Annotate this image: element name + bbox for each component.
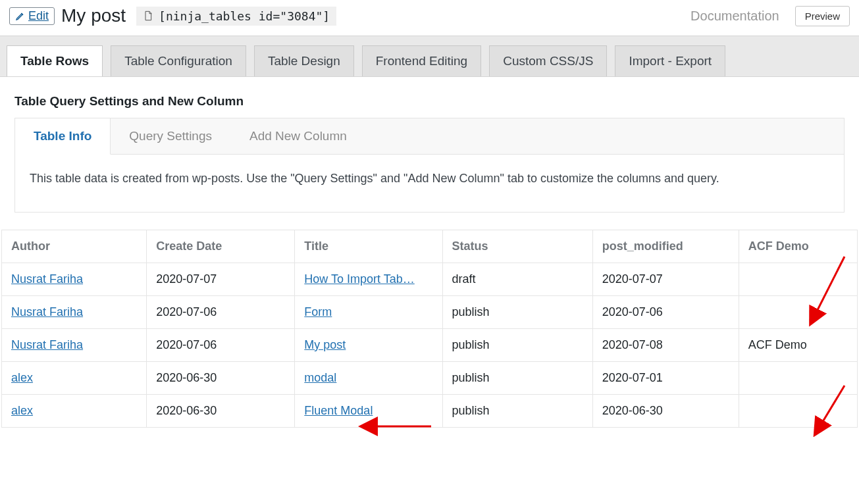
cell-status: draft — [442, 263, 592, 296]
cell-create-date: 2020-07-06 — [147, 296, 295, 329]
inner-tab-query-settings[interactable]: Query Settings — [111, 118, 231, 154]
col-post-modified[interactable]: post_modified — [592, 230, 739, 263]
shortcode-box[interactable]: [ninja_tables id="3084"] — [136, 7, 336, 26]
cell-post-modified: 2020-07-08 — [592, 329, 739, 362]
page-title: My post — [61, 5, 126, 26]
edit-button[interactable]: Edit — [9, 7, 55, 25]
author-link[interactable]: Nusrat Fariha — [11, 338, 83, 351]
author-link[interactable]: Nusrat Fariha — [11, 272, 83, 286]
page-header: Edit My post [ninja_tables id="3084"] Do… — [0, 0, 859, 29]
title-link[interactable]: My post — [304, 338, 346, 351]
cell-create-date: 2020-07-07 — [147, 263, 295, 296]
tab-table-rows[interactable]: Table Rows — [7, 45, 103, 76]
col-title[interactable]: Title — [295, 230, 442, 263]
author-link[interactable]: Nusrat Fariha — [11, 305, 83, 318]
tab-custom-css-js[interactable]: Custom CSS/JS — [489, 45, 607, 76]
cell-create-date: 2020-06-30 — [147, 395, 295, 428]
panel-body-text: This table data is created from wp-posts… — [15, 155, 844, 212]
inner-tab-table-info[interactable]: Table Info — [15, 118, 111, 155]
tab-table-configuration[interactable]: Table Configuration — [111, 45, 246, 76]
edit-label: Edit — [28, 9, 49, 23]
cell-acf-demo — [739, 362, 857, 395]
settings-panel: Table Info Query Settings Add New Column… — [14, 118, 845, 213]
cell-status: publish — [442, 296, 592, 329]
author-link[interactable]: alex — [11, 371, 33, 384]
col-author[interactable]: Author — [2, 230, 147, 263]
cell-post-modified: 2020-07-01 — [592, 362, 739, 395]
table-row: Nusrat Fariha2020-07-06My postpublish202… — [2, 329, 858, 362]
title-link[interactable]: Fluent Modal — [304, 404, 373, 417]
table-row: Nusrat Fariha2020-07-07How To Import Tab… — [2, 263, 858, 296]
cell-post-modified: 2020-07-07 — [592, 263, 739, 296]
cell-post-modified: 2020-06-30 — [592, 395, 739, 428]
title-link[interactable]: How To Import Tab… — [304, 272, 414, 286]
title-link[interactable]: Form — [304, 305, 332, 318]
col-acf-demo[interactable]: ACF Demo — [739, 230, 857, 263]
inner-tabbar: Table Info Query Settings Add New Column — [15, 118, 844, 155]
cell-acf-demo — [739, 395, 857, 428]
title-link[interactable]: modal — [304, 371, 336, 384]
tab-import-export[interactable]: Import - Export — [615, 45, 725, 76]
main-tabbar: Table Rows Table Configuration Table Des… — [0, 36, 859, 77]
document-icon — [143, 10, 153, 22]
author-link[interactable]: alex — [11, 404, 33, 417]
cell-acf-demo — [739, 263, 857, 296]
cell-create-date: 2020-07-06 — [147, 329, 295, 362]
table-row: Nusrat Fariha2020-07-06Formpublish2020-0… — [2, 296, 858, 329]
table-row: alex2020-06-30modalpublish2020-07-01 — [2, 362, 858, 395]
pencil-icon — [15, 11, 26, 21]
section-heading: Table Query Settings and New Column — [0, 77, 859, 118]
col-status[interactable]: Status — [442, 230, 592, 263]
col-create-date[interactable]: Create Date — [147, 230, 295, 263]
cell-status: publish — [442, 362, 592, 395]
preview-button[interactable]: Preview — [795, 6, 850, 26]
table-header-row: Author Create Date Title Status post_mod… — [2, 230, 858, 263]
cell-acf-demo — [739, 296, 857, 329]
cell-status: publish — [442, 329, 592, 362]
tab-frontend-editing[interactable]: Frontend Editing — [362, 45, 481, 76]
cell-post-modified: 2020-07-06 — [592, 296, 739, 329]
table-row: alex2020-06-30Fluent Modalpublish2020-06… — [2, 395, 858, 428]
cell-create-date: 2020-06-30 — [147, 362, 295, 395]
shortcode-text: [ninja_tables id="3084"] — [159, 9, 330, 23]
cell-acf-demo: ACF Demo — [739, 329, 857, 362]
posts-table: Author Create Date Title Status post_mod… — [1, 230, 858, 428]
tab-table-design[interactable]: Table Design — [254, 45, 354, 76]
inner-tab-add-new-column[interactable]: Add New Column — [231, 118, 366, 154]
documentation-link[interactable]: Documentation — [690, 9, 779, 24]
cell-status: publish — [442, 395, 592, 428]
